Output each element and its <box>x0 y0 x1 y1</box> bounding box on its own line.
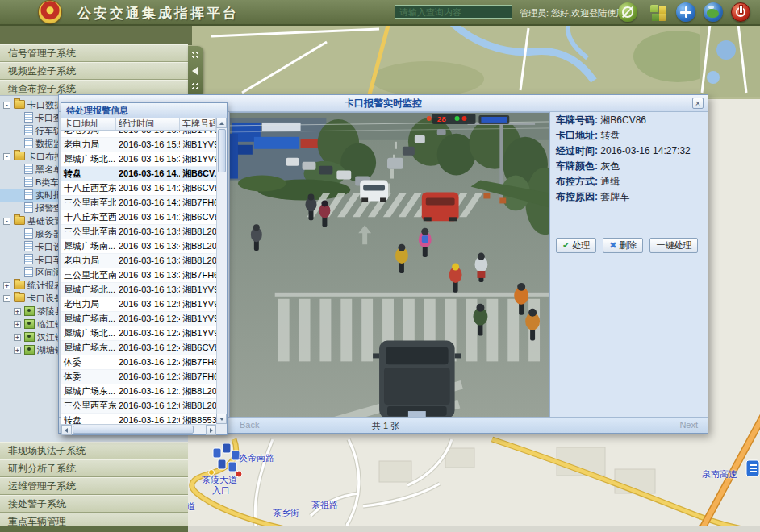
cell-time: 2016-03-16 14:2... <box>116 196 180 210</box>
detail-field: 卡口地址: 转盘 <box>556 130 704 142</box>
cell-plate: 湘B7FH62 <box>180 370 216 384</box>
page-icon <box>24 112 33 123</box>
cell-time: 2016-03-16 12:4... <box>116 326 180 340</box>
tree-toggle-icon[interactable]: - <box>3 295 10 302</box>
cell-plate: 湘B6CV... <box>180 167 216 181</box>
sidebar-item[interactable]: 接处警子系统 <box>0 495 188 513</box>
table-row[interactable]: 犀城广场南...2016-03-16 13:4...湘B8L203 <box>61 239 216 254</box>
table-row[interactable]: 体委2016-03-16 12:4...湘B7FH62 <box>61 355 216 370</box>
process-button[interactable]: ✔处理 <box>556 238 596 253</box>
sidebar-item[interactable]: 非现场执法子系统 <box>0 442 188 459</box>
column-header[interactable]: 车牌号码 <box>180 118 216 130</box>
apps-grid-icon[interactable] <box>650 5 666 21</box>
folder-icon <box>14 152 25 160</box>
tree-toggle-icon[interactable]: - <box>3 153 10 160</box>
add-icon[interactable] <box>676 2 695 22</box>
cell-plate: 湘B8L203 <box>180 254 216 268</box>
process-all-button[interactable]: 一键处理 <box>649 238 698 253</box>
power-logout-icon[interactable] <box>731 2 750 22</box>
cell-address: 老电力局 <box>61 254 116 268</box>
table-row[interactable]: 犀城广场东...2016-03-16 12:4...湘B6CV86 <box>61 341 216 355</box>
table-row[interactable]: 犀城广场北...2016-03-16 15:3...湘B1YV96 <box>61 152 216 167</box>
checkpoint-photo[interactable]: 28 <box>229 112 550 419</box>
horizontal-scrollbar[interactable] <box>61 424 216 434</box>
cell-address: 犀城广场南... <box>61 312 116 326</box>
scrollbar-thumb[interactable] <box>73 426 194 434</box>
column-header[interactable]: 卡口地址 <box>61 118 116 130</box>
tree-toggle-icon[interactable]: + <box>3 282 10 289</box>
sidebar-collapse-handle[interactable] <box>188 46 203 96</box>
scroll-left-icon[interactable] <box>61 425 72 435</box>
device-icon <box>24 306 35 316</box>
table-row[interactable]: 老电力局2016-03-16 15:5...湘B1YV96 <box>61 138 216 152</box>
table-row[interactable]: 犀城广场东...2016-03-16 12:1...湘B8L203 <box>61 384 216 399</box>
detail-label: 车牌颜色: <box>556 160 598 172</box>
sidebar-item[interactable]: 视频监控子系统 <box>0 62 188 80</box>
folder-icon <box>14 293 25 302</box>
page-icon <box>24 228 33 239</box>
tree-toggle-icon[interactable]: + <box>14 321 21 328</box>
page-icon <box>24 164 33 174</box>
sidebar-item[interactable]: 研判分析子系统 <box>0 459 188 477</box>
device-icon <box>24 345 35 355</box>
table-row[interactable]: 犀城广场北...2016-03-16 12:4...湘B1YV96 <box>61 326 216 341</box>
cell-plate: 湘B1YV96 <box>180 152 216 166</box>
cell-time: 2016-03-16 15:5... <box>116 138 180 152</box>
sidebar-bottom-menu: 非现场执法子系统研判分析子系统运维管理子系统接处警子系统重点车辆管理 <box>0 442 188 530</box>
cell-address: 三公里南至北 <box>61 196 116 210</box>
cell-plate: 湘B7FH62 <box>180 268 216 282</box>
vertical-scrollbar[interactable] <box>216 118 227 424</box>
scroll-up-icon[interactable] <box>216 118 227 128</box>
scroll-right-icon[interactable] <box>206 425 216 435</box>
cell-time: 2016-03-16 12:4... <box>116 355 180 369</box>
cell-address: 十八丘西至东 <box>61 181 116 195</box>
table-row[interactable]: 三公里北至南2016-03-16 13:5...湘B8L203 <box>61 225 216 239</box>
navigation-icon[interactable] <box>618 2 637 22</box>
tree-toggle-icon[interactable]: + <box>14 334 21 341</box>
detail-field: 车牌号码: 湘B6CV86 <box>556 114 704 127</box>
table-row[interactable]: 十八丘东至西2016-03-16 14:1...湘B6CV86 <box>61 210 216 225</box>
table-row[interactable]: 老电力局2016-03-16 16:0...湘B1YV96 <box>61 131 216 138</box>
table-row[interactable]: 老电力局2016-03-16 13:3...湘B8L203 <box>61 254 216 268</box>
back-button[interactable]: Back <box>240 420 259 430</box>
cell-plate: 湘B8L203 <box>180 399 216 413</box>
globe-icon[interactable] <box>704 2 723 22</box>
scroll-down-icon[interactable] <box>216 414 227 424</box>
table-row[interactable]: 转盘2016-03-16 14...湘B6CV... <box>61 167 216 181</box>
cell-address: 犀城广场东... <box>61 341 116 355</box>
page-icon <box>24 189 33 200</box>
app-title: 公安交通集成指挥平台 <box>77 4 239 23</box>
column-header[interactable]: 经过时间 <box>116 118 180 130</box>
scrollbar-thumb[interactable] <box>218 129 226 172</box>
table-row[interactable]: 三公里南至北2016-03-16 14:2...湘B7FH62 <box>61 196 216 210</box>
tree-toggle-icon[interactable]: + <box>14 347 21 354</box>
next-button[interactable]: Next <box>679 420 698 430</box>
detail-value: 灰色 <box>598 160 620 172</box>
search-input[interactable] <box>395 5 512 19</box>
page-icon <box>24 177 33 187</box>
detail-label: 布控方式: <box>556 176 598 187</box>
table-row[interactable]: 犀城广场南...2016-03-16 12:4...湘B1YV96 <box>61 312 216 326</box>
button-label: 删除 <box>619 239 637 251</box>
delete-button[interactable]: ✖删除 <box>603 238 643 253</box>
table-row[interactable]: 十八丘西至东2016-03-16 14:2...湘B6CV86 <box>61 181 216 196</box>
tree-toggle-icon[interactable]: - <box>3 102 10 109</box>
table-row[interactable]: 老电力局2016-03-16 12:5...湘B1YV96 <box>61 297 216 312</box>
table-row[interactable]: 三公里北至南2016-03-16 13:3...湘B7FH62 <box>61 268 216 283</box>
cell-plate: 湘B1YV96 <box>180 297 216 311</box>
tree-toggle-icon[interactable]: + <box>14 308 21 315</box>
cell-plate: 湘B8L203 <box>180 239 216 253</box>
sidebar-item[interactable]: 运维管理子系统 <box>0 477 188 495</box>
table-row[interactable]: 转盘2016-03-16 12:0...湘B8553G <box>61 414 216 424</box>
sidebar-top-shade <box>0 24 192 45</box>
detail-value: 通缉 <box>598 176 620 187</box>
detail-field: 车牌颜色: 灰色 <box>556 160 704 172</box>
table-row[interactable]: 犀城广场北...2016-03-16 13:3...湘B1YV96 <box>61 283 216 297</box>
sidebar-item[interactable]: 信号管理子系统 <box>0 44 188 62</box>
table-row[interactable]: 体委2016-03-16 12:3...湘B7FH62 <box>61 370 216 384</box>
cell-address: 老电力局 <box>61 297 116 311</box>
cell-plate: 湘B7FH62 <box>180 196 216 210</box>
close-icon[interactable] <box>692 98 704 109</box>
table-row[interactable]: 三公里西至东2016-03-16 12:0...湘B8L203 <box>61 399 216 414</box>
tree-toggle-icon[interactable]: - <box>3 218 10 225</box>
